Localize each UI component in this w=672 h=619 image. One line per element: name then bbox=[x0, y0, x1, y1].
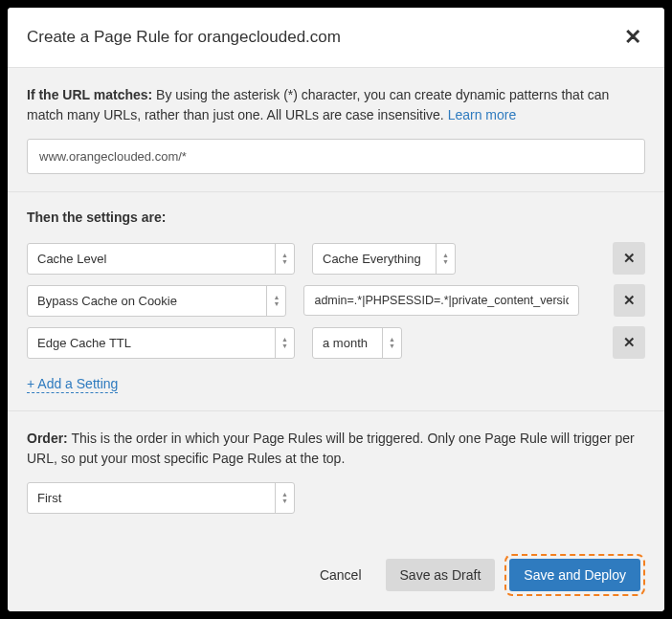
caret-icon: ▲▼ bbox=[275, 244, 294, 274]
caret-icon: ▲▼ bbox=[382, 328, 401, 358]
save-deploy-button[interactable]: Save and Deploy bbox=[509, 559, 640, 591]
deploy-highlight: Save and Deploy bbox=[504, 554, 645, 596]
caret-icon: ▲▼ bbox=[275, 328, 294, 358]
setting-value-select[interactable]: a month ▲▼ bbox=[312, 327, 402, 359]
order-select[interactable]: First ▲▼ bbox=[27, 482, 295, 514]
setting-name-select[interactable]: Cache Level ▲▼ bbox=[27, 243, 295, 275]
modal-header: Create a Page Rule for orangeclouded.com… bbox=[8, 8, 664, 68]
cancel-button[interactable]: Cancel bbox=[305, 559, 376, 591]
setting-value-input[interactable] bbox=[303, 285, 579, 316]
page-rule-modal: Create a Page Rule for orangeclouded.com… bbox=[8, 8, 664, 611]
remove-setting-button[interactable]: ✕ bbox=[613, 326, 645, 359]
save-draft-button[interactable]: Save as Draft bbox=[386, 559, 496, 591]
order-value: First bbox=[28, 483, 275, 513]
caret-icon: ▲▼ bbox=[275, 483, 294, 513]
order-prefix: Order: bbox=[27, 431, 68, 446]
setting-value-select[interactable]: Cache Everything ▲▼ bbox=[312, 243, 456, 275]
settings-label: Then the settings are: bbox=[27, 210, 645, 225]
setting-name-select[interactable]: Edge Cache TTL ▲▼ bbox=[27, 327, 295, 359]
close-icon[interactable]: ✕ bbox=[620, 23, 645, 52]
url-pattern-input[interactable] bbox=[27, 139, 645, 174]
order-section: Order: This is the order in which your P… bbox=[8, 411, 664, 531]
url-match-section: If the URL matches: By using the asteris… bbox=[8, 68, 664, 192]
modal-title: Create a Page Rule for orangeclouded.com bbox=[27, 28, 341, 47]
url-match-desc: If the URL matches: By using the asteris… bbox=[27, 85, 645, 125]
learn-more-link[interactable]: Learn more bbox=[448, 107, 517, 122]
setting-value: Cache Everything bbox=[313, 244, 436, 274]
setting-row: Edge Cache TTL ▲▼ a month ▲▼ ✕ bbox=[27, 326, 645, 359]
settings-section: Then the settings are: Cache Level ▲▼ Ca… bbox=[8, 192, 664, 411]
remove-setting-button[interactable]: ✕ bbox=[613, 242, 645, 275]
modal-footer: Cancel Save as Draft Save and Deploy bbox=[8, 539, 664, 611]
order-desc: Order: This is the order in which your P… bbox=[27, 429, 645, 469]
setting-name-value: Edge Cache TTL bbox=[28, 328, 275, 358]
remove-setting-button[interactable]: ✕ bbox=[614, 284, 645, 317]
setting-name-value: Cache Level bbox=[28, 244, 275, 274]
order-text: This is the order in which your Page Rul… bbox=[27, 431, 635, 466]
setting-row: Bypass Cache on Cookie ▲▼ ✕ bbox=[27, 284, 645, 317]
modal-body: If the URL matches: By using the asteris… bbox=[8, 68, 664, 539]
setting-name-value: Bypass Cache on Cookie bbox=[28, 286, 266, 316]
caret-icon: ▲▼ bbox=[436, 244, 455, 274]
setting-name-select[interactable]: Bypass Cache on Cookie ▲▼ bbox=[27, 285, 286, 317]
caret-icon: ▲▼ bbox=[266, 286, 285, 316]
add-setting-link[interactable]: + Add a Setting bbox=[27, 376, 118, 393]
url-match-prefix: If the URL matches: bbox=[27, 87, 152, 102]
setting-value: a month bbox=[313, 328, 382, 358]
setting-row: Cache Level ▲▼ Cache Everything ▲▼ ✕ bbox=[27, 242, 645, 275]
